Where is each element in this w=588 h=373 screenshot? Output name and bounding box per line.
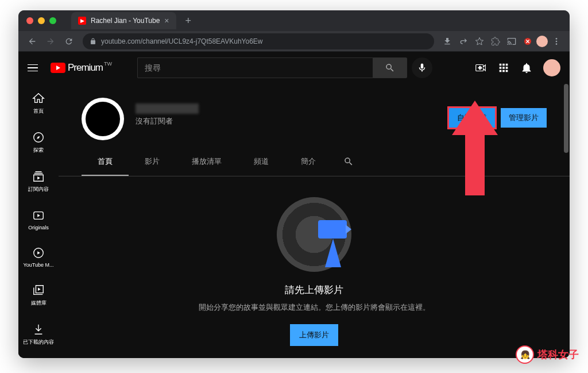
tab-search-icon[interactable]: [332, 149, 365, 176]
sidebar-label: 首頁: [33, 107, 44, 115]
channel-info: 沒有訂閱者: [136, 98, 438, 126]
customize-channel-button[interactable]: 自訂頻道: [449, 108, 495, 128]
search-container: [137, 57, 407, 78]
cast-icon[interactable]: [504, 33, 519, 49]
scrollbar[interactable]: [564, 84, 568, 153]
star-icon[interactable]: [472, 33, 487, 49]
sidebar-label: Originals: [28, 225, 49, 230]
browser-window: ▶ Rachel Jian - YouTube × + youtube.com/…: [18, 10, 570, 358]
subscriptions-icon: [32, 170, 45, 183]
new-tab-button[interactable]: +: [185, 15, 192, 27]
svg-point-1: [556, 38, 558, 40]
watermark-avatar: 👧: [516, 345, 534, 364]
sidebar-item-downloads[interactable]: 已下載的內容: [18, 315, 59, 354]
search-button[interactable]: [373, 57, 407, 78]
adblock-icon[interactable]: [520, 33, 535, 49]
channel-tabs: 首頁 影片 播放清單 頻道 簡介: [59, 149, 570, 176]
lock-icon: [90, 38, 96, 45]
sidebar-label: 訂閱內容: [28, 186, 49, 193]
upload-illustration: [277, 197, 351, 272]
watermark-text: 塔科女子: [537, 348, 579, 362]
sidebar-item-subscriptions[interactable]: 訂閱內容: [18, 162, 59, 201]
learn-more: 進一步瞭解如何開始: [286, 357, 343, 358]
channel-header: 沒有訂閱者 自訂頻道 管理影片: [59, 84, 570, 140]
channel-action-buttons: 自訂頻道 管理影片: [449, 98, 547, 128]
svg-point-3: [556, 43, 558, 45]
sidebar-label: 探索: [33, 147, 44, 154]
apps-icon[interactable]: [497, 61, 510, 74]
url-text: youtube.com/channel/UCL9z4-j7Qt58EAVKuhY…: [101, 37, 263, 45]
tab-videos[interactable]: 影片: [129, 149, 176, 176]
manage-videos-button[interactable]: 管理影片: [501, 108, 547, 128]
mini-guide: 首頁 探索 訂閱內容 Originals YouTube M... 媒體庫: [18, 52, 59, 358]
empty-title: 請先上傳影片: [285, 283, 343, 297]
notifications-icon[interactable]: [520, 61, 533, 74]
header-right: [474, 59, 560, 76]
sidebar-item-originals[interactable]: Originals: [18, 201, 59, 239]
profile-chip[interactable]: [536, 36, 548, 47]
region-label: TW: [104, 61, 112, 67]
youtube-header: Premium TW: [18, 52, 570, 84]
channel-main: 沒有訂閱者 自訂頻道 管理影片 首頁 影片 播放清單 頻道 簡介: [59, 52, 570, 358]
explore-icon: [32, 131, 45, 144]
traffic-light-close[interactable]: [26, 17, 33, 24]
tab-home[interactable]: 首頁: [82, 149, 129, 176]
sidebar-item-library[interactable]: 媒體庫: [18, 276, 59, 315]
watermark: 👧 塔科女子: [516, 345, 579, 364]
music-icon: [32, 247, 45, 259]
toolbar-extensions: [440, 33, 564, 49]
youtube-content: Premium TW 首頁 探索: [18, 52, 570, 358]
account-avatar[interactable]: [543, 59, 560, 76]
url-field[interactable]: youtube.com/channel/UCL9z4-j7Qt58EAVKuhY…: [83, 33, 434, 49]
svg-point-2: [556, 40, 558, 42]
youtube-favicon: ▶: [78, 17, 86, 25]
tab-close-icon[interactable]: ×: [164, 16, 169, 25]
tab-title: Rachel Jian - YouTube: [91, 17, 160, 25]
empty-state: 請先上傳影片 開始分享您的故事並與觀眾建立連結。您上傳的影片將會顯示在這裡。 上…: [59, 176, 570, 358]
nav-reload-icon[interactable]: [61, 33, 77, 49]
share-icon[interactable]: [456, 33, 471, 49]
sidebar-item-home[interactable]: 首頁: [18, 84, 59, 123]
library-icon: [32, 284, 45, 297]
traffic-light-minimize[interactable]: [38, 17, 45, 24]
nav-forward-icon[interactable]: [42, 33, 59, 49]
address-bar: youtube.com/channel/UCL9z4-j7Qt58EAVKuhY…: [18, 31, 570, 52]
create-icon[interactable]: [474, 61, 487, 74]
subscriber-count: 沒有訂閱者: [136, 116, 438, 126]
channel-name-blurred: [136, 103, 199, 114]
premium-label: Premium: [68, 62, 103, 74]
sidebar-label: 媒體庫: [31, 299, 47, 307]
extensions-icon[interactable]: [488, 33, 503, 49]
youtube-play-icon: [51, 63, 65, 73]
youtube-logo[interactable]: Premium TW: [51, 62, 103, 74]
sidebar-label: 已下載的內容: [23, 339, 54, 346]
voice-search-button[interactable]: [412, 57, 432, 78]
search-input[interactable]: [137, 57, 373, 78]
tab-playlists[interactable]: 播放清單: [176, 149, 238, 176]
originals-icon: [32, 209, 45, 222]
guide-menu-icon[interactable]: [28, 61, 41, 75]
tab-about[interactable]: 簡介: [285, 149, 332, 176]
browser-tab[interactable]: ▶ Rachel Jian - YouTube ×: [71, 12, 176, 29]
nav-back-icon[interactable]: [24, 33, 40, 49]
install-icon[interactable]: [440, 33, 455, 49]
sidebar-label: YouTube M...: [24, 262, 54, 268]
traffic-light-zoom[interactable]: [49, 17, 56, 24]
sidebar-item-music[interactable]: YouTube M...: [18, 239, 59, 276]
sidebar-item-explore[interactable]: 探索: [18, 123, 59, 162]
upload-video-button[interactable]: 上傳影片: [290, 324, 338, 346]
empty-description: 開始分享您的故事並與觀眾建立連結。您上傳的影片將會顯示在這裡。: [199, 302, 430, 313]
home-icon: [32, 92, 45, 105]
tab-channels[interactable]: 頻道: [238, 149, 285, 176]
titlebar: ▶ Rachel Jian - YouTube × +: [18, 10, 570, 31]
download-icon: [32, 323, 45, 336]
channel-avatar[interactable]: [82, 98, 124, 140]
browser-menu-icon[interactable]: [549, 33, 564, 49]
